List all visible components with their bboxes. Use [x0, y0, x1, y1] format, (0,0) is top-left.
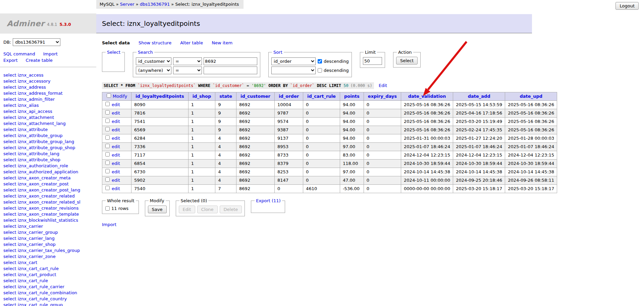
search-legend-link[interactable]: Search	[138, 50, 153, 55]
sidebar-table-link[interactable]: select iznx_attachment	[3, 115, 96, 121]
row-edit-link[interactable]: edit	[112, 102, 120, 107]
sidebar-table-link[interactable]: select iznx_axon_creator_meta	[3, 175, 96, 181]
row-checkbox[interactable]	[105, 119, 110, 123]
sort-descending-checkbox[interactable]	[318, 68, 322, 73]
sidebar-table-link[interactable]: select iznx_address_format	[3, 90, 96, 96]
column-header-link[interactable]: id_loyaltyeditpoints	[136, 94, 184, 99]
row-checkbox[interactable]	[105, 152, 110, 157]
breadcrumb-link[interactable]: dbs13636791	[140, 2, 170, 7]
all-rows-label[interactable]: 11 rows	[105, 206, 136, 211]
tab-new-item[interactable]: New item	[212, 40, 232, 45]
row-edit-link[interactable]: edit	[112, 144, 120, 149]
limit-input[interactable]	[363, 57, 382, 65]
logout-button[interactable]: Logout	[615, 2, 639, 10]
row-checkbox[interactable]	[105, 127, 110, 131]
sidebar-table-link[interactable]: select iznx_alias	[3, 102, 96, 108]
search-operator-select[interactable]: =	[173, 57, 202, 65]
sidebar-table-link[interactable]: select iznx_carrier	[3, 223, 96, 229]
export-result-link[interactable]: Export (11)	[256, 198, 280, 203]
sql-command-link[interactable]: SQL command	[3, 51, 35, 56]
search-value-input[interactable]	[204, 67, 257, 74]
column-header-link[interactable]: expiry_days	[368, 94, 397, 99]
sidebar-table-link[interactable]: select iznx_axon_creator_related_sl	[3, 199, 96, 205]
row-checkbox[interactable]	[105, 135, 110, 140]
sidebar-table-link[interactable]: select iznx_access	[3, 72, 96, 78]
sidebar-table-link[interactable]: select iznx_attribute_group_shop	[3, 145, 96, 151]
sidebar-table-link[interactable]: select iznx_blockwishlist_statistics	[3, 217, 96, 223]
action-select-button[interactable]: Select	[396, 57, 418, 64]
select-legend-link[interactable]: Select	[107, 50, 120, 55]
sidebar-table-link[interactable]: select iznx_accessory	[3, 78, 96, 84]
sidebar-table-link[interactable]: select iznx_cart_rule	[3, 278, 96, 284]
sidebar-table-link[interactable]: select iznx_authorization_role	[3, 163, 96, 169]
sort-legend-link[interactable]: Sort	[273, 50, 282, 55]
sidebar-table-link[interactable]: select iznx_axon_creator_related	[3, 193, 96, 199]
query-edit-link[interactable]: Edit	[379, 83, 387, 88]
row-edit-link[interactable]: edit	[112, 136, 120, 141]
search-column-select[interactable]: (anywhere)	[136, 67, 171, 74]
row-checkbox[interactable]	[105, 144, 110, 148]
search-column-select[interactable]: id_customer	[136, 57, 171, 65]
row-edit-link[interactable]: edit	[112, 169, 120, 174]
import-link[interactable]: Import	[43, 51, 58, 56]
sidebar-table-link[interactable]: select iznx_carrier_group	[3, 229, 96, 235]
sidebar-table-link[interactable]: select iznx_cart	[3, 260, 96, 266]
sidebar-table-link[interactable]: select iznx_carrier_shop	[3, 242, 96, 248]
column-header-link[interactable]: id_customer	[240, 94, 270, 99]
sidebar-table-link[interactable]: select iznx_carrier_lang	[3, 235, 96, 242]
sidebar-table-link[interactable]: select iznx_address	[3, 84, 96, 90]
breadcrumb-root[interactable]: MySQL	[100, 2, 115, 7]
sort-descending-label[interactable]: descending	[317, 68, 349, 73]
column-header-link[interactable]: points	[344, 94, 360, 99]
row-checkbox[interactable]	[105, 177, 110, 182]
sidebar-table-link[interactable]: select iznx_authorized_application	[3, 169, 96, 175]
search-value-input[interactable]	[204, 57, 257, 65]
sidebar-table-link[interactable]: select iznx_attribute_group	[3, 133, 96, 139]
sort-descending-label[interactable]: descending	[317, 59, 349, 64]
sidebar-table-link[interactable]: select iznx_carrier_zone	[3, 254, 96, 260]
search-operator-select[interactable]: =	[173, 67, 202, 74]
import-result-link[interactable]: Import	[102, 222, 116, 227]
row-edit-link[interactable]: edit	[112, 178, 120, 183]
row-edit-link[interactable]: edit	[112, 161, 120, 166]
sidebar-table-link[interactable]: select iznx_api_access	[3, 108, 96, 115]
sort-column-select[interactable]	[271, 67, 316, 74]
create-table-link[interactable]: Create table	[26, 58, 53, 63]
column-header-link[interactable]: date_upd	[520, 94, 542, 99]
column-header-link[interactable]: id_cart_rule	[307, 94, 336, 99]
row-edit-link[interactable]: edit	[112, 127, 120, 132]
sort-column-select[interactable]: id_order	[271, 57, 316, 65]
tab-alter-table[interactable]: Alter table	[180, 40, 203, 45]
all-rows-checkbox[interactable]	[105, 206, 110, 211]
row-edit-link[interactable]: edit	[112, 119, 120, 124]
db-select[interactable]: dbs13636791	[13, 38, 60, 46]
row-edit-link[interactable]: edit	[112, 186, 120, 191]
sidebar-table-link[interactable]: select iznx_axon_creator_post	[3, 181, 96, 187]
modify-header-link[interactable]: Modify	[113, 94, 127, 99]
sidebar-table-link[interactable]: select iznx_cart_rule_combination	[3, 290, 96, 296]
row-checkbox[interactable]	[105, 161, 110, 165]
sidebar-table-link[interactable]: select iznx_attribute_shop	[3, 157, 96, 163]
sidebar-table-link[interactable]: select iznx_attribute_group_lang	[3, 139, 96, 145]
select-all-checkbox[interactable]	[107, 93, 111, 98]
row-edit-link[interactable]: edit	[112, 152, 120, 158]
row-checkbox[interactable]	[105, 102, 110, 106]
row-checkbox[interactable]	[105, 186, 110, 190]
sidebar-table-link[interactable]: select iznx_axon_creator_template	[3, 211, 96, 217]
breadcrumb-link[interactable]: Server	[120, 2, 135, 7]
sidebar-table-link[interactable]: select iznx_cart_rule_group	[3, 302, 96, 306]
column-header-link[interactable]: state	[219, 94, 232, 99]
selected-clone-button[interactable]: Clone	[197, 206, 218, 213]
adminer-new-version-link[interactable]: 5.3.0	[59, 22, 71, 27]
row-checkbox[interactable]	[105, 110, 110, 115]
sidebar-table-link[interactable]: select iznx_attribute_lang	[3, 151, 96, 157]
sidebar-table-link[interactable]: select iznx_carrier_tax_rules_group	[3, 248, 96, 254]
row-edit-link[interactable]: edit	[112, 111, 120, 116]
row-checkbox[interactable]	[105, 169, 110, 173]
sidebar-table-link[interactable]: select iznx_axon_creator_post_lang	[3, 187, 96, 193]
sidebar-table-link[interactable]: select iznx_axon_creator_revisions	[3, 205, 96, 211]
sidebar-table-link[interactable]: select iznx_attachment_lang	[3, 121, 96, 127]
sidebar-table-link[interactable]: select iznx_cart_cart_rule	[3, 266, 96, 272]
sidebar-table-link[interactable]: select iznx_admin_filter	[3, 96, 96, 102]
column-header-link[interactable]: id_order	[279, 94, 299, 99]
